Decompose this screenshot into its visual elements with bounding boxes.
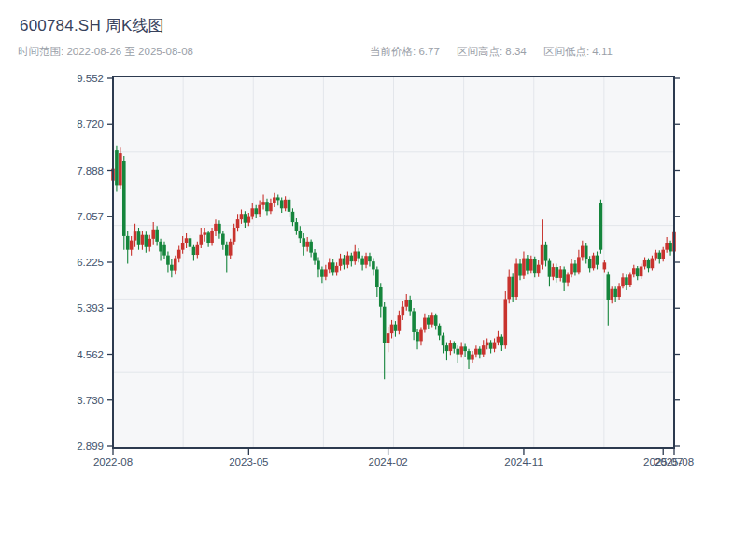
- candle: [665, 243, 669, 250]
- candle: [558, 269, 562, 277]
- candle: [280, 200, 284, 208]
- candle: [261, 202, 265, 205]
- candle: [302, 238, 305, 246]
- candle: [155, 230, 159, 242]
- y-tick-label: 9.552: [77, 73, 104, 84]
- y-tick-label: 4.562: [77, 349, 104, 360]
- candle: [456, 349, 459, 355]
- candle: [606, 274, 610, 300]
- candle: [500, 337, 504, 345]
- candle: [335, 266, 339, 273]
- candle: [368, 256, 372, 261]
- candle: [141, 235, 145, 245]
- candle: [511, 277, 514, 297]
- kline-chart: 9.5528.7207.8887.0576.2255.3934.5623.730…: [0, 0, 747, 560]
- candle: [449, 343, 453, 351]
- candle: [148, 239, 151, 247]
- candle: [603, 262, 607, 269]
- candle: [404, 300, 408, 307]
- candle: [504, 299, 508, 345]
- candle: [375, 269, 379, 287]
- candle: [218, 224, 221, 234]
- candle: [383, 307, 387, 343]
- candle: [471, 355, 474, 360]
- candle: [544, 245, 548, 261]
- candle: [199, 235, 203, 245]
- candle: [390, 325, 394, 333]
- candle: [299, 231, 303, 238]
- candle: [592, 256, 596, 269]
- candle: [317, 261, 320, 270]
- y-tick-label: 2.899: [77, 441, 104, 452]
- candle: [459, 346, 463, 354]
- x-tick-label: 2024-02: [368, 456, 407, 468]
- candle: [552, 267, 556, 277]
- candle: [438, 326, 442, 336]
- candle: [596, 256, 599, 265]
- candle: [408, 300, 412, 311]
- candle: [343, 259, 346, 265]
- candle: [357, 251, 360, 258]
- candle: [533, 259, 537, 273]
- candle: [562, 269, 566, 282]
- candle: [526, 259, 529, 271]
- candle: [427, 318, 430, 325]
- x-tick-label: 2022-08: [93, 456, 133, 468]
- candle: [613, 289, 617, 297]
- candle: [430, 315, 434, 324]
- candle: [419, 330, 423, 342]
- candle: [206, 232, 210, 243]
- x-tick-label: 2024-11: [504, 456, 543, 468]
- candle: [254, 208, 258, 214]
- candle: [181, 243, 185, 250]
- candle: [291, 212, 295, 222]
- candle: [453, 343, 457, 349]
- candle: [151, 230, 155, 239]
- candle: [518, 264, 522, 276]
- y-tick-label: 6.225: [77, 257, 104, 268]
- candle: [669, 243, 672, 251]
- candle: [284, 200, 288, 208]
- candle: [640, 266, 643, 276]
- candle: [265, 202, 269, 211]
- candle: [507, 277, 511, 300]
- candle: [628, 274, 632, 285]
- candle: [305, 242, 309, 247]
- candle: [625, 277, 628, 285]
- candle: [324, 269, 328, 276]
- x-tick-label: 2023-05: [229, 456, 268, 468]
- candle: [514, 264, 518, 298]
- candle: [214, 224, 218, 231]
- candle: [177, 250, 181, 259]
- candle: [467, 351, 471, 359]
- candle: [570, 264, 573, 275]
- candle: [632, 268, 636, 274]
- candle: [643, 260, 647, 267]
- candle: [233, 228, 236, 242]
- candle: [463, 346, 467, 351]
- candle: [372, 261, 375, 269]
- candle: [647, 260, 651, 268]
- candle: [548, 261, 552, 277]
- candle: [661, 250, 665, 259]
- candle: [489, 343, 493, 349]
- candle: [339, 259, 343, 266]
- candle: [346, 256, 350, 265]
- y-tick-label: 5.393: [77, 302, 104, 314]
- candle: [244, 214, 247, 222]
- candle: [269, 203, 273, 211]
- candle: [247, 217, 251, 223]
- candle: [353, 251, 357, 261]
- candle: [537, 265, 541, 273]
- y-tick-label: 7.888: [77, 165, 104, 176]
- candle: [203, 232, 206, 234]
- candle: [236, 219, 240, 228]
- candle: [445, 345, 449, 351]
- candle: [273, 197, 276, 203]
- candle: [250, 208, 254, 216]
- candle: [522, 259, 526, 276]
- candle: [364, 256, 368, 264]
- candle: [159, 242, 162, 252]
- candle: [320, 269, 324, 276]
- candle: [196, 245, 200, 255]
